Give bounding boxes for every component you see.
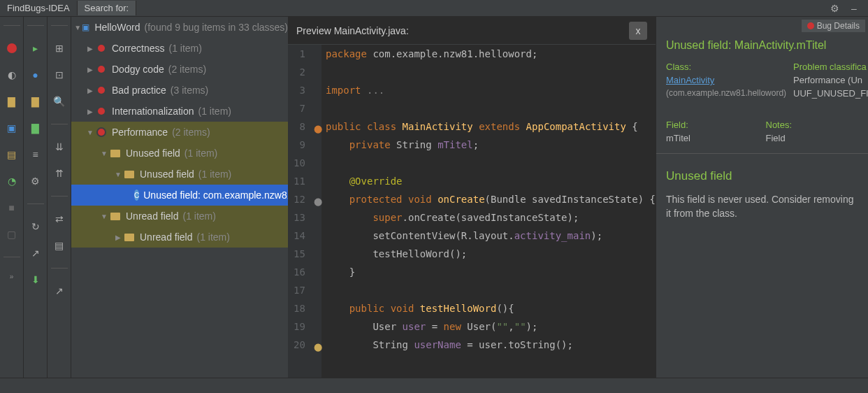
export2-icon[interactable]: ↗ [52,284,66,298]
code-line[interactable]: private String mTitel; [326,136,656,154]
tree-cat-performance[interactable]: Performance (2 items) [71,122,288,143]
download-icon[interactable]: ⬇ [29,273,43,287]
collapse-icon[interactable]: ⇈ [52,166,66,180]
settings-icon[interactable]: ⚙ [29,174,43,188]
code-body[interactable]: 1237891011121314151617181920 ⬤⬤⬤ package… [288,45,656,378]
code-line[interactable] [326,63,656,81]
notes-label: Notes: [766,120,859,130]
group-pkg-icon[interactable]: ⊡ [52,68,66,82]
separator [3,257,20,257]
line-number: 15 [288,245,305,263]
more-icon[interactable]: » [10,273,14,280]
tree-unused-2[interactable]: Unused field (1 item) [71,164,288,185]
line-number: 1 [288,45,305,63]
code-line[interactable]: public void testHelloWord(){ [326,299,656,317]
bug-icon [95,63,108,76]
code-line[interactable]: @Override [326,172,656,190]
expand-arrow-icon[interactable] [85,66,95,73]
expand-arrow-icon[interactable] [85,129,95,136]
line-number: 16 [288,263,305,281]
line-number: 10 [288,154,305,172]
code-line[interactable]: testHelloWord(); [326,245,656,263]
history-icon[interactable]: ↻ [29,220,43,234]
separator [656,153,868,154]
details-grid: Class: Problem classifica MainActivity P… [656,62,868,99]
code-line[interactable]: setContentView(R.layout.activity_main); [326,227,656,245]
expand-arrow-icon[interactable] [85,45,95,52]
gutter-mark [312,63,321,81]
gear-icon[interactable]: ⚙ [827,1,841,15]
code-line[interactable]: package com.example.nzw81.helloword; [326,45,656,63]
folder-icon[interactable]: ▇ [5,94,19,108]
expand-arrow-icon[interactable] [113,171,123,178]
bug-icon [95,84,108,97]
bug-icon[interactable] [5,41,19,55]
code-lines[interactable]: package com.example.nzw81.helloword;impo… [321,45,656,378]
tree-cat-i18n[interactable]: Internationalization (1 item) [71,101,288,122]
gutter-mark [312,81,321,99]
gutter-mark [312,263,321,281]
code-line[interactable] [326,281,656,299]
play-icon[interactable]: ▸ [29,41,43,55]
minimize-icon[interactable]: – [847,1,861,15]
folder-icon [123,231,136,243]
class-link[interactable]: MainActivity [666,75,714,85]
expand-arrow-icon[interactable] [99,150,109,157]
line-number: 3 [288,81,305,99]
line-number: 12 [288,190,305,208]
group-class-icon[interactable]: ⊞ [52,41,66,55]
stop-icon[interactable]: ■ [5,201,19,215]
left-toolbar-3: ⊞ ⊡ 🔍 ⇊ ⇈ ⇄ ▤ ↗ [48,17,71,378]
separator [51,268,68,269]
tree-cat-correctness[interactable]: Correctness (1 item) [71,38,288,59]
expand-arrow-icon[interactable] [85,108,95,115]
tab-findbugs[interactable]: FindBugs-IDEA [0,1,78,15]
circle-icon[interactable]: ◐ [5,68,19,82]
square-icon[interactable]: ▢ [5,227,19,241]
gutter-mark [312,172,321,190]
code-line[interactable]: super.onCreate(savedInstanceState); [326,208,656,227]
separator [51,124,68,124]
code-line[interactable] [326,99,656,117]
gutter-mark: ⬤ [312,190,321,208]
chart-icon[interactable]: ◔ [5,174,19,188]
gutter-mark [312,245,321,263]
yellow-icon[interactable]: ▇ [29,94,43,108]
tree-unread-2[interactable]: Unread field (1 item) [71,227,288,248]
green-icon[interactable]: ▇ [29,121,43,135]
code-line[interactable]: public class MainActivity extends AppCom… [326,117,656,136]
scroll-icon[interactable]: ⇄ [52,212,66,226]
tree-unread-1[interactable]: Unread field (1 item) [71,206,288,227]
code-line[interactable]: protected void onCreate(Bundle savedInst… [326,190,656,208]
blue-circle-icon[interactable]: ● [29,68,43,82]
close-button[interactable]: x [629,22,647,40]
expand-arrow-icon[interactable] [113,234,123,241]
package-icon[interactable]: ▤ [5,148,19,162]
problem-val1: Performance (Un [793,75,868,85]
code-line[interactable]: } [326,263,656,281]
export-icon[interactable]: ↗ [29,246,43,260]
preview-icon[interactable]: ▤ [52,238,66,252]
tree-cat-dodgy[interactable]: Dodgy code (2 items) [71,59,288,80]
expand-arrow-icon[interactable] [99,213,109,220]
expand-icon[interactable]: ⇊ [52,140,66,154]
root-label: HelloWord [94,22,140,33]
class-pkg: (com.example.nzw81.helloword) [666,88,786,99]
tree-cat-badpractice[interactable]: Bad practice (3 items) [71,80,288,101]
expand-arrow-icon[interactable] [74,24,81,31]
code-line[interactable]: User user = new User("",""); [326,317,656,336]
search-icon[interactable]: 🔍 [52,94,66,108]
tab-bug-details[interactable]: Bug Details [802,20,865,32]
module-icon[interactable]: ▣ [5,121,19,135]
tree-root[interactable]: ▣ HelloWord (found 9 bug items in 33 cla… [71,17,288,38]
tree-selected-bug[interactable]: C Unused field: com.example.nzw81 [71,185,288,206]
expand-arrow-icon[interactable] [85,87,95,94]
tree-unused-1[interactable]: Unused field (1 item) [71,143,288,164]
code-line[interactable]: String userName = user.toString(); [326,336,656,354]
code-line[interactable] [326,154,656,172]
gutter-mark: ⬤ [312,336,321,354]
code-line[interactable]: import ... [326,81,656,99]
separator [3,25,20,26]
tab-search[interactable]: Search for: [78,1,137,15]
layers-icon[interactable]: ≡ [29,148,43,162]
